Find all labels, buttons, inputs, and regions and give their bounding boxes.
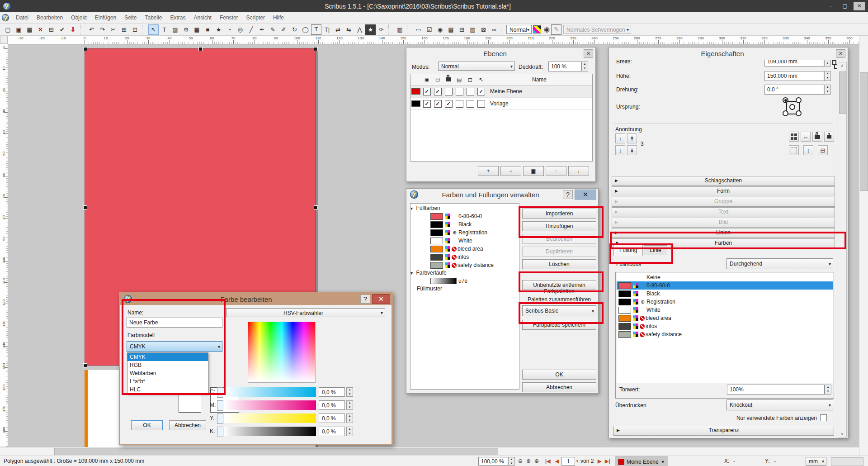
scroll-up-icon[interactable]: ∧ — [838, 63, 846, 68]
pdf-push-button-icon[interactable]: ▭ — [413, 24, 424, 35]
slider-track[interactable] — [224, 400, 316, 410]
edit-button[interactable]: Bearbeiten — [522, 234, 596, 244]
raise-layer-button[interactable]: ↑ — [546, 166, 566, 176]
color-item[interactable]: safety distance — [410, 261, 519, 269]
rotation-spinner[interactable]: ▲▼ — [824, 85, 831, 95]
section-bar[interactable]: ▶ Schlagschatten — [612, 176, 835, 186]
color-model-option[interactable]: HLC — [127, 385, 208, 394]
insert-text-frame-icon[interactable]: T — [159, 24, 170, 35]
picker-mode-select[interactable]: HSV-Farbwähler — [226, 308, 385, 317]
layer-visible-checkbox[interactable]: ✓ — [421, 88, 432, 95]
document-mode-select[interactable]: Normal — [506, 25, 532, 34]
edit-in-preview-icon[interactable]: ✎ — [551, 24, 561, 35]
rotate-item-icon[interactable]: ↻ — [289, 24, 300, 35]
color-model-select[interactable]: CMYK — [127, 341, 222, 352]
preflight-verifier-icon[interactable]: ✔ — [57, 24, 67, 35]
vertical-ruler[interactable]: 0102030405060708090100110120130140150160… — [0, 44, 8, 447]
layer-visible-checkbox[interactable]: ✓ — [421, 100, 432, 108]
channel-spinner[interactable]: ▲▼ — [346, 387, 353, 397]
lock-button[interactable] — [812, 132, 822, 142]
unlink-text-frames-icon[interactable]: ⇆ — [344, 24, 354, 35]
menu-item[interactable]: Einfügen — [91, 14, 120, 21]
select-item-icon[interactable]: ↖ — [148, 24, 159, 35]
color-item[interactable]: Keine — [617, 273, 833, 281]
pdf-combo-box-icon[interactable]: ⊟ — [457, 24, 467, 35]
height-input[interactable]: 150,000 mm — [764, 71, 824, 81]
shade-spinner[interactable]: ▲▼ — [825, 385, 831, 395]
tree-expand-icon[interactable]: ▾ — [410, 271, 413, 276]
selection-handle[interactable] — [83, 47, 87, 51]
channel-spinner[interactable]: ▲▼ — [346, 414, 353, 423]
lower-button[interactable]: ↓ — [615, 145, 625, 155]
section-bar[interactable]: ▶ Gruppe — [612, 197, 835, 207]
ungroup-button[interactable] — [789, 145, 799, 155]
unit-select[interactable]: mm — [806, 457, 826, 466]
menu-item[interactable]: Hilfe — [269, 14, 288, 21]
first-page-icon[interactable]: |◀ — [545, 458, 551, 464]
used-colors-only-checkbox[interactable] — [820, 414, 827, 421]
link-text-frames-icon[interactable]: ⇄ — [333, 24, 343, 35]
import-button[interactable]: Importieren — [522, 209, 596, 219]
menu-item[interactable]: Ansicht — [190, 14, 216, 21]
section-bar[interactable]: ▶ Linien — [612, 228, 835, 238]
opacity-spinner[interactable]: ▲▼ — [581, 62, 588, 71]
basepoint-topright[interactable] — [796, 97, 802, 103]
to-back-button[interactable]: ↡ — [627, 145, 637, 155]
close-button[interactable]: ✕ — [854, 2, 865, 10]
color-item[interactable]: bleed area — [410, 245, 519, 253]
help-icon[interactable]: ? — [563, 190, 573, 199]
tab[interactable]: Linie — [644, 245, 667, 255]
close-icon[interactable]: ✕ — [575, 190, 596, 200]
pdf-radio-button-icon[interactable]: ◉ — [435, 24, 445, 35]
eye-dropper-icon[interactable]: ✑ — [376, 24, 387, 35]
color-item[interactable]: White — [410, 237, 519, 245]
color-item[interactable]: ⊕ Registration — [410, 228, 519, 237]
properties-scrollbar[interactable]: ∧ ∨ — [838, 62, 847, 437]
layer-row[interactable]: ✓ ✓ ✓ Meine Ebene — [410, 86, 592, 98]
channel-value-input[interactable]: 0,0 % — [319, 414, 345, 423]
insert-render-frame-icon[interactable]: ⚙ — [181, 24, 191, 35]
layer-select[interactable]: Meine Ebene ▼ — [615, 456, 668, 466]
page-spinner-icon[interactable]: ▼ — [576, 459, 579, 463]
new-document-icon[interactable]: ▢ — [3, 24, 13, 35]
horizontal-ruler[interactable]: -30-20-100102030405060708090100110120130… — [8, 36, 859, 44]
patterns-group[interactable]: Füllmuster — [410, 285, 519, 293]
shade-input[interactable]: 100% — [727, 385, 825, 395]
zoom-in-icon[interactable]: ⊕ — [534, 458, 539, 464]
basepoint-topleft[interactable] — [783, 97, 788, 103]
color-item[interactable]: White — [617, 306, 833, 314]
layer-print-checkbox[interactable]: ✓ — [432, 88, 443, 95]
gradient-item[interactable]: u7e — [410, 277, 519, 285]
layer-textflow-checkbox[interactable] — [454, 88, 465, 95]
last-page-icon[interactable]: ▶| — [605, 458, 610, 464]
width-input[interactable]: 109,000 mm — [764, 60, 824, 67]
zoom-reset-icon[interactable]: ⊚ — [526, 458, 531, 464]
horizontal-scrollbar-thumb[interactable] — [54, 448, 498, 455]
layer-outline-checkbox[interactable] — [465, 100, 476, 108]
export-pdf-icon[interactable]: ⇩ — [68, 24, 78, 35]
basepoint-center[interactable] — [789, 104, 795, 110]
flip-horizontal-button[interactable]: ↔ — [801, 132, 811, 142]
close-icon[interactable]: ✕ — [836, 49, 845, 58]
insert-spiral-icon[interactable]: ◎ — [235, 24, 245, 35]
scroll-down-icon[interactable]: ∨ — [838, 432, 846, 436]
channel-value-input[interactable]: 0,0 % — [319, 387, 345, 397]
channel-value-input[interactable]: 0,0 % — [319, 400, 345, 410]
menu-item[interactable]: Scripter — [242, 14, 269, 21]
save-palette-button[interactable]: Farbpalette speichern — [522, 320, 596, 330]
raise-button[interactable]: ↑ — [615, 133, 625, 143]
color-item[interactable]: infos — [617, 322, 833, 330]
redo-icon[interactable]: ↷ — [97, 24, 108, 35]
pdf-text-annotation-icon[interactable]: ⊠ — [478, 24, 489, 35]
next-page-icon[interactable]: ▶ — [598, 458, 601, 464]
zoom-out-icon[interactable]: ⊖ — [518, 458, 523, 464]
slider-handle[interactable] — [217, 414, 223, 424]
insert-line-icon[interactable]: ╱ — [246, 24, 256, 35]
scrollbar-thumb[interactable] — [839, 71, 846, 114]
lower-layer-button[interactable]: ↓ — [568, 166, 589, 176]
rotation-input[interactable]: 0,0 ° — [764, 85, 824, 95]
undo-icon[interactable]: ↶ — [86, 24, 97, 35]
height-spinner[interactable]: ▲▼ — [824, 71, 831, 81]
printing-enabled-button[interactable]: ⊟ — [818, 145, 828, 155]
paste-icon[interactable]: ⊡ — [130, 24, 140, 35]
